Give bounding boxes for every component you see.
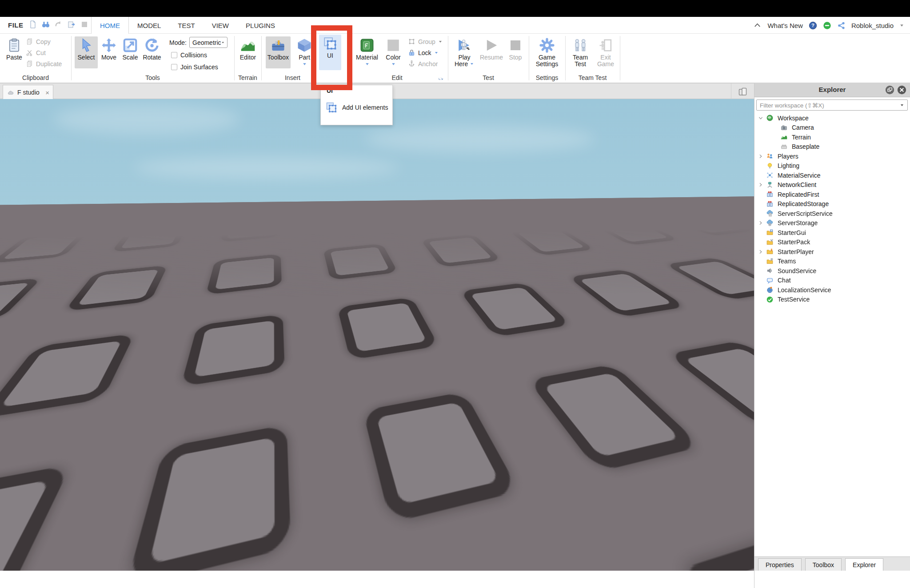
cloud-wisp (364, 126, 595, 152)
select-tool-button[interactable]: Select (75, 36, 98, 68)
rotate-tool-button[interactable]: Rotate (141, 36, 163, 68)
anchor-icon (408, 60, 415, 68)
tree-item-Lighting[interactable]: Lighting (754, 161, 910, 171)
expand-dialog-icon[interactable] (438, 75, 443, 80)
whats-new-link[interactable]: What's New (767, 22, 803, 29)
tree-item-Baseplate[interactable]: Baseplate (754, 142, 910, 151)
terrain-group-label: Terrain (234, 74, 261, 81)
menu-tab-model[interactable]: MODEL (129, 17, 169, 34)
move-tool-button[interactable]: Move (99, 36, 119, 68)
tree-item-LocalizationService[interactable]: LocalizationService (754, 285, 910, 294)
find-icon[interactable] (41, 20, 50, 29)
scissors-icon (26, 49, 33, 56)
tree-item-ServerStorage[interactable]: ServerStorage (754, 219, 910, 228)
close-panel-icon[interactable] (897, 85, 906, 95)
file-menu-button[interactable]: FILE (8, 21, 24, 29)
chevron-down-icon[interactable] (365, 62, 370, 67)
menu-tab-test[interactable]: TEST (169, 17, 203, 34)
filter-workspace-input[interactable]: Filter workspace (⇧⌘X) (756, 99, 908, 111)
new-file-icon[interactable] (28, 20, 37, 29)
tree-item-TestService[interactable]: TestService (754, 295, 910, 304)
collisions-checkbox[interactable]: Collisions (171, 52, 207, 59)
help-icon[interactable]: ? (809, 21, 817, 30)
anchor-button[interactable]: Anchor (408, 59, 443, 68)
explorer-header: Explorer (754, 83, 910, 97)
menu-tab-plugins[interactable]: PLUGINS (237, 17, 283, 34)
join-surfaces-checkbox[interactable]: Join Surfaces (171, 64, 218, 71)
collapse-ribbon-icon[interactable] (753, 21, 762, 30)
tree-item-ReplicatedFirst[interactable]: ReplicatedFirst (754, 190, 910, 199)
menu-tab-home[interactable]: HOME (91, 17, 129, 34)
team-test-button[interactable]: Team Test (569, 36, 592, 75)
baseplate-icon (780, 143, 788, 151)
chevron-right-icon[interactable] (758, 220, 763, 226)
device-emulator-button[interactable] (731, 83, 754, 99)
material-button[interactable]: Material (355, 36, 379, 68)
color-button[interactable]: Color (383, 36, 403, 68)
terrain-editor-button[interactable]: Editor (237, 36, 259, 68)
scale-tool-button[interactable]: Scale (120, 36, 140, 68)
chevron-down-icon (221, 40, 224, 45)
duplicate-button[interactable]: Duplicate (26, 59, 62, 68)
test-group-label: Test (448, 74, 529, 81)
add-ui-elements-item[interactable]: Add UI elements (325, 101, 388, 114)
stop-button[interactable]: Stop (507, 36, 524, 68)
stop-icon[interactable] (80, 20, 89, 29)
lock-button[interactable]: Lock (408, 48, 443, 57)
mode-select[interactable]: Geometric (189, 37, 228, 48)
account-name[interactable]: Roblok_studio (851, 22, 894, 29)
share-icon[interactable] (837, 21, 846, 30)
tree-item-Camera[interactable]: Camera (754, 123, 910, 132)
panel-tab-explorer[interactable]: Explorer (845, 558, 883, 571)
chevron-down-icon[interactable] (434, 51, 439, 55)
account-caret-icon[interactable] (899, 23, 904, 28)
paste-button[interactable]: Paste (3, 36, 26, 68)
exit-game-button[interactable]: Exit Game (595, 36, 617, 75)
tree-item-Teams[interactable]: Teams (754, 257, 910, 266)
panel-tab-properties[interactable]: Properties (758, 558, 802, 571)
tree-item-ServerScriptService[interactable]: ServerScriptService (754, 209, 910, 218)
tree-item-Terrain[interactable]: Terrain (754, 132, 910, 142)
chevron-down-icon[interactable] (302, 62, 307, 67)
play-here-button[interactable]: Play Here (453, 36, 475, 75)
tree-item-ReplicatedStorage[interactable]: ReplicatedStorage (754, 199, 910, 209)
resume-button[interactable]: Resume (479, 36, 504, 68)
window-titlebar (0, 0, 910, 17)
menu-tab-view[interactable]: VIEW (204, 17, 237, 34)
baseplate-stud (0, 334, 135, 419)
viewport-3d[interactable] (0, 99, 754, 571)
close-tab-icon[interactable]: × (45, 89, 49, 96)
chevron-right-icon[interactable] (758, 249, 763, 254)
tree-item-Workspace[interactable]: Workspace (754, 113, 910, 123)
color-swatch-icon (386, 38, 401, 53)
tree-item-Chat[interactable]: Chat (754, 276, 910, 285)
duplicate-icon (26, 60, 33, 68)
chevron-down-icon[interactable] (391, 62, 396, 67)
group-button[interactable]: Group (408, 37, 443, 46)
team-test-group-label: Team Test (565, 74, 620, 81)
document-tab-f-studio[interactable]: F studio × (3, 85, 53, 99)
toolbox-button[interactable]: Toolbox (266, 36, 291, 68)
copy-icon (26, 38, 33, 45)
tree-item-StarterPlayer[interactable]: StarterPlayer (754, 247, 910, 256)
cut-button[interactable]: Cut (26, 48, 62, 57)
chevron-right-icon[interactable] (758, 154, 763, 159)
chevron-down-icon[interactable] (758, 115, 763, 121)
tree-item-StarterGui[interactable]: StarterGui (754, 228, 910, 237)
terrain-icon (240, 38, 255, 53)
status-icon[interactable] (823, 21, 831, 30)
redo-icon[interactable] (54, 20, 63, 29)
test-check-icon (766, 296, 774, 303)
tree-item-StarterPack[interactable]: StarterPack (754, 238, 910, 247)
svg-text:?: ? (811, 23, 814, 28)
tree-item-SoundService[interactable]: SoundService (754, 266, 910, 275)
float-panel-icon[interactable] (885, 85, 894, 95)
panel-tab-toolbox[interactable]: Toolbox (805, 558, 842, 571)
chevron-right-icon[interactable] (758, 182, 763, 187)
copy-button[interactable]: Copy (26, 37, 62, 46)
insert-object-icon[interactable] (67, 20, 76, 29)
tree-item-Players[interactable]: Players (754, 151, 910, 161)
game-settings-button[interactable]: Game Settings (533, 36, 561, 75)
tree-item-NetworkClient[interactable]: NetworkClient (754, 180, 910, 190)
tree-item-MaterialService[interactable]: MaterialService (754, 171, 910, 180)
